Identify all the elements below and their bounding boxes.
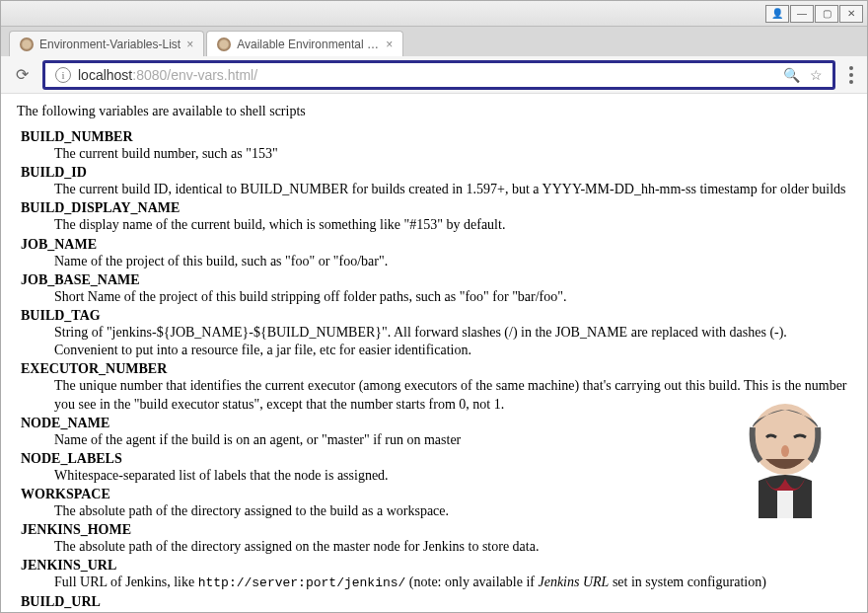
- env-var-desc: Name of the project of this build, such …: [54, 253, 851, 270]
- close-button[interactable]: ✕: [839, 5, 863, 23]
- maximize-button[interactable]: ▢: [815, 5, 838, 23]
- env-var-desc: The absolute path of the directory assig…: [54, 538, 851, 556]
- env-var-list: BUILD_NUMBERThe current build number, su…: [21, 129, 851, 613]
- intro-text: The following variables are available to…: [17, 104, 851, 119]
- env-var-name: BUILD_DISPLAY_NAME: [21, 200, 851, 216]
- svg-point-1: [781, 445, 789, 457]
- env-var-name: NODE_LABELS: [21, 451, 851, 467]
- jenkins-mascot-icon: [731, 400, 839, 518]
- url-host: localhost:8080/env-vars.html/: [78, 66, 257, 84]
- env-var-name: BUILD_TAG: [21, 308, 851, 324]
- bookmark-star-icon[interactable]: ☆: [810, 67, 823, 83]
- tab-close-icon[interactable]: ×: [186, 38, 193, 51]
- reload-button[interactable]: ⟳: [9, 62, 35, 88]
- env-var-name: JOB_NAME: [21, 237, 851, 253]
- tab-close-icon[interactable]: ×: [386, 38, 393, 51]
- user-button[interactable]: 👤: [765, 5, 789, 23]
- env-var-name: EXECUTOR_NUMBER: [21, 361, 851, 377]
- chrome-menu-icon[interactable]: [843, 66, 859, 84]
- env-var-desc: Full URL of Jenkins, like http://server:…: [54, 574, 851, 592]
- env-var-desc: String of "jenkins-${JOB_NAME}-${BUILD_N…: [54, 324, 851, 359]
- env-var-desc: The current build number, such as "153": [54, 145, 851, 163]
- toolbar: ⟳ i localhost:8080/env-vars.html/ 🔍 ☆: [1, 56, 867, 94]
- page-content: The following variables are available to…: [1, 94, 867, 613]
- site-info-icon[interactable]: i: [55, 67, 71, 83]
- address-bar[interactable]: i localhost:8080/env-vars.html/ 🔍 ☆: [42, 60, 835, 90]
- env-var-name: BUILD_NUMBER: [21, 129, 851, 145]
- svg-rect-2: [777, 491, 793, 518]
- jenkins-favicon-icon: [217, 38, 231, 51]
- tab-title: Available Environmental Va: [237, 38, 380, 51]
- tab-strip: Environment-Variables-List × Available E…: [1, 27, 867, 56]
- env-var-desc: The display name of the current build, w…: [54, 216, 851, 234]
- tab-env-vars-list[interactable]: Environment-Variables-List ×: [9, 31, 204, 56]
- minimize-button[interactable]: —: [790, 5, 814, 23]
- env-var-name: BUILD_ID: [21, 165, 851, 181]
- env-var-name: BUILD_URL: [21, 594, 851, 610]
- env-var-name: JENKINS_HOME: [21, 522, 851, 538]
- env-var-desc: Short Name of the project of this build …: [54, 288, 851, 306]
- tab-title: Environment-Variables-List: [39, 38, 181, 51]
- env-var-name: JENKINS_URL: [21, 558, 851, 574]
- window-titlebar: 👤 — ▢ ✕: [1, 1, 867, 27]
- env-var-name: NODE_NAME: [21, 416, 851, 431]
- env-var-desc: The current build ID, identical to BUILD…: [54, 181, 851, 198]
- tab-available-env-vars[interactable]: Available Environmental Va ×: [206, 31, 403, 56]
- jenkins-favicon-icon: [20, 38, 34, 51]
- env-var-name: JOB_BASE_NAME: [21, 272, 851, 288]
- env-var-name: WORKSPACE: [21, 487, 851, 502]
- search-icon[interactable]: 🔍: [783, 67, 800, 83]
